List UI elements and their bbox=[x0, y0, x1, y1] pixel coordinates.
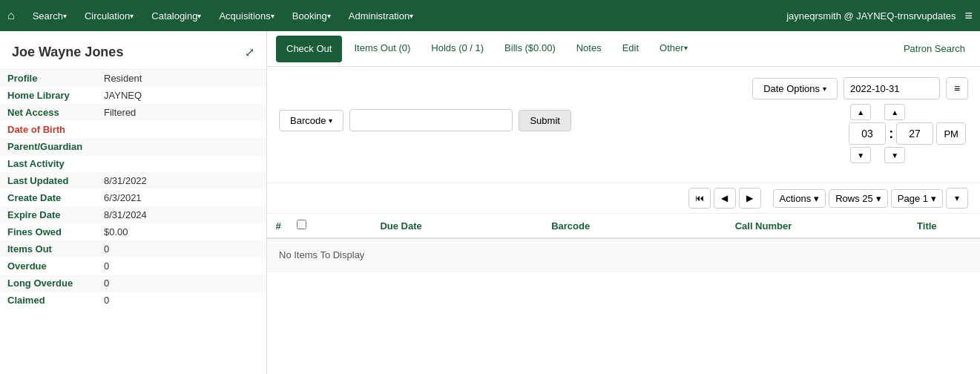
home-icon[interactable]: ⌂ bbox=[7, 9, 15, 22]
hour-up-button[interactable]: ▲ bbox=[850, 104, 871, 120]
main-panel: Check Out Items Out (0) Holds (0 / 1) Bi… bbox=[267, 31, 980, 374]
patron-field-value: 0 bbox=[96, 257, 266, 275]
patron-info-row: Last Activity bbox=[0, 155, 266, 172]
page-button[interactable]: Page 1 ▾ bbox=[891, 189, 943, 208]
col-barcode: Barcode bbox=[488, 214, 653, 238]
patron-search-link[interactable]: Patron Search bbox=[896, 43, 973, 54]
patron-field-label: Items Out bbox=[0, 240, 96, 257]
nav-acquisitions[interactable]: Acquisitions ▾ bbox=[210, 0, 283, 31]
select-all-checkbox[interactable] bbox=[297, 220, 306, 229]
nav-cataloging[interactable]: Cataloging ▾ bbox=[142, 0, 210, 31]
time-hour: 03 bbox=[849, 122, 886, 145]
patron-name: Joe Wayne Jones bbox=[12, 45, 123, 60]
tab-holds[interactable]: Holds (0 / 1) bbox=[421, 31, 494, 67]
tab-notes[interactable]: Notes bbox=[566, 31, 612, 67]
submit-button[interactable]: Submit bbox=[519, 110, 570, 131]
checkout-area: Barcode ▾ Submit Date Options ▾ ≡ bbox=[267, 67, 980, 183]
pagination-row: ⏮ ◀ ▶ Actions ▾ Rows 25 ▾ Page 1 ▾ ▾ bbox=[267, 183, 980, 214]
patron-field-label: Last Updated bbox=[0, 172, 96, 189]
patron-field-label: Expire Date bbox=[0, 206, 96, 223]
col-due-date: Due Date bbox=[314, 214, 488, 238]
tab-checkout[interactable]: Check Out bbox=[276, 36, 342, 62]
tab-edit[interactable]: Edit bbox=[612, 31, 649, 67]
patron-field-label: Create Date bbox=[0, 189, 96, 206]
patron-field-label: Last Activity bbox=[0, 155, 96, 172]
expand-icon[interactable]: ⤢ bbox=[245, 45, 254, 59]
table-header-row: # Due Date Barcode Call Number Title bbox=[267, 214, 980, 238]
col-title: Title bbox=[874, 214, 980, 238]
patron-info-row: Claimed0 bbox=[0, 292, 266, 309]
hour-down-button[interactable]: ▼ bbox=[850, 147, 871, 163]
top-nav: ⌂ Search ▾ Circulation ▾ Cataloging ▾ Ac… bbox=[0, 0, 980, 31]
patron-field-label: Home Library bbox=[0, 87, 96, 104]
patron-sidebar: Joe Wayne Jones ⤢ ProfileResidentHome Li… bbox=[0, 31, 267, 374]
patron-field-value: $0.00 bbox=[96, 223, 266, 240]
col-hash: # bbox=[267, 214, 289, 238]
min-down-button[interactable]: ▼ bbox=[884, 147, 905, 163]
nav-booking[interactable]: Booking ▾ bbox=[283, 0, 340, 31]
patron-field-label: Long Overdue bbox=[0, 275, 96, 292]
no-items-message: No Items To Display bbox=[267, 239, 980, 272]
barcode-button[interactable]: Barcode ▾ bbox=[279, 110, 343, 131]
tab-other[interactable]: Other ▾ bbox=[649, 31, 698, 67]
patron-info-row: Expire Date8/31/2024 bbox=[0, 206, 266, 223]
patron-field-label: Profile bbox=[0, 70, 96, 87]
hamburger-icon[interactable]: ≡ bbox=[964, 8, 973, 24]
patron-info-row: Fines Owed$0.00 bbox=[0, 223, 266, 240]
patron-field-label: Fines Owed bbox=[0, 223, 96, 240]
patron-info-row: Long Overdue0 bbox=[0, 275, 266, 292]
nav-administration[interactable]: Administration ▾ bbox=[340, 0, 422, 31]
patron-field-value bbox=[96, 138, 266, 155]
time-separator: : bbox=[889, 122, 893, 145]
patron-header: Joe Wayne Jones ⤢ bbox=[0, 39, 266, 70]
nav-right: jayneqrsmith @ JAYNEQ-trnsrvupdates ≡ bbox=[786, 8, 973, 24]
nav-circulation[interactable]: Circulation ▾ bbox=[76, 0, 142, 31]
nav-search[interactable]: Search ▾ bbox=[24, 0, 76, 31]
time-ampm[interactable]: PM bbox=[936, 122, 966, 145]
col-call-number: Call Number bbox=[653, 214, 874, 238]
actions-button[interactable]: Actions ▾ bbox=[773, 189, 826, 208]
patron-info-row: Parent/Guardian bbox=[0, 138, 266, 155]
patron-info-row: Home LibraryJAYNEQ bbox=[0, 87, 266, 104]
date-options-button[interactable]: Date Options ▾ bbox=[752, 78, 838, 99]
patron-field-value: 6/3/2021 bbox=[96, 189, 266, 206]
patron-field-value: Filtered bbox=[96, 104, 266, 121]
patron-info-table: ProfileResidentHome LibraryJAYNEQNet Acc… bbox=[0, 70, 266, 309]
tab-items-out[interactable]: Items Out (0) bbox=[343, 31, 421, 67]
calendar-icon[interactable]: ≡ bbox=[946, 77, 968, 99]
patron-info-row: Date of Birth bbox=[0, 121, 266, 138]
prev-page-button[interactable]: ◀ bbox=[714, 188, 736, 209]
first-page-button[interactable]: ⏮ bbox=[688, 188, 711, 209]
tab-bar: Check Out Items Out (0) Holds (0 / 1) Bi… bbox=[267, 31, 980, 67]
col-checkbox bbox=[289, 214, 314, 238]
patron-field-value: 8/31/2022 bbox=[96, 172, 266, 189]
items-table: # Due Date Barcode Call Number Title bbox=[267, 214, 980, 239]
patron-info-row: Items Out0 bbox=[0, 240, 266, 257]
patron-field-value bbox=[96, 121, 266, 138]
rows-button[interactable]: Rows 25 ▾ bbox=[829, 189, 888, 208]
patron-field-label: Claimed bbox=[0, 292, 96, 309]
patron-field-value: 0 bbox=[96, 275, 266, 292]
patron-field-value: JAYNEQ bbox=[96, 87, 266, 104]
patron-field-label: Date of Birth bbox=[0, 121, 96, 138]
table-container: # Due Date Barcode Call Number Title No … bbox=[267, 214, 980, 272]
extra-dropdown-button[interactable]: ▾ bbox=[946, 188, 968, 209]
patron-field-value: 8/31/2024 bbox=[96, 206, 266, 223]
tab-bills[interactable]: Bills ($0.00) bbox=[494, 31, 566, 67]
barcode-input[interactable] bbox=[349, 109, 513, 131]
patron-field-label: Parent/Guardian bbox=[0, 138, 96, 155]
content-area: Joe Wayne Jones ⤢ ProfileResidentHome Li… bbox=[0, 31, 980, 374]
checkout-row: Barcode ▾ Submit Date Options ▾ ≡ bbox=[279, 77, 968, 163]
date-input[interactable] bbox=[843, 77, 940, 99]
patron-field-value: Resident bbox=[96, 70, 266, 87]
patron-info-row: ProfileResident bbox=[0, 70, 266, 87]
patron-info-row: Create Date6/3/2021 bbox=[0, 189, 266, 206]
time-min: 27 bbox=[896, 122, 933, 145]
patron-info-row: Net AccessFiltered bbox=[0, 104, 266, 121]
patron-field-label: Overdue bbox=[0, 257, 96, 275]
min-up-button[interactable]: ▲ bbox=[884, 104, 905, 120]
patron-field-value: 0 bbox=[96, 240, 266, 257]
patron-info-row: Overdue0 bbox=[0, 257, 266, 275]
next-page-button[interactable]: ▶ bbox=[739, 188, 761, 209]
patron-field-value: 0 bbox=[96, 292, 266, 309]
